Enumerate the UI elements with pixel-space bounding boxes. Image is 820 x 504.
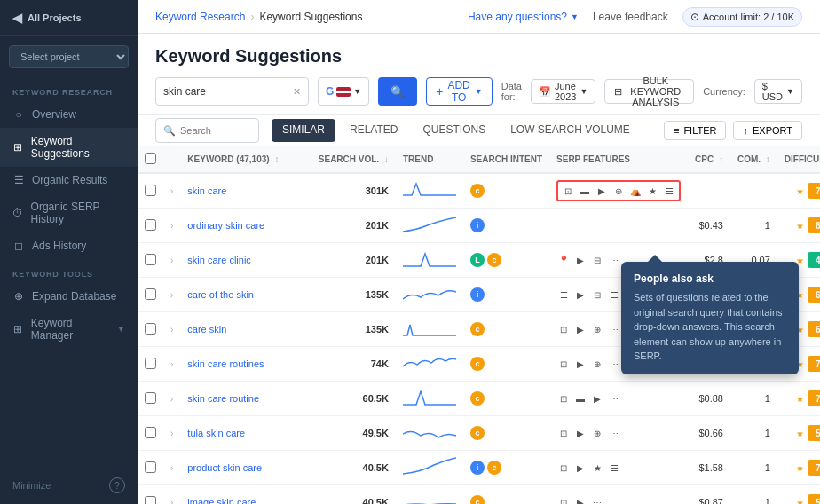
- expand-icon[interactable]: ›: [170, 325, 173, 335]
- keyword-suggestions-icon: ⊞: [12, 141, 24, 154]
- sidebar-item-organic-serp-history[interactable]: ⏱ Organic SERP History: [0, 193, 138, 232]
- row-expand-cell[interactable]: ›: [163, 416, 180, 451]
- keyword-cell[interactable]: ordinary skin care: [180, 209, 311, 243]
- expand-icon[interactable]: ›: [170, 221, 173, 231]
- row-checkbox[interactable]: [145, 392, 156, 404]
- row-expand-cell[interactable]: ›: [163, 312, 180, 347]
- row-expand-cell[interactable]: ›: [163, 243, 180, 278]
- sidebar-logo[interactable]: ◀ All Projects: [0, 0, 138, 36]
- row-expand-cell[interactable]: ›: [163, 382, 180, 416]
- tab-low-search-volume[interactable]: LOW SEARCH VOLUME: [498, 116, 643, 145]
- row-checkbox-cell[interactable]: [138, 173, 163, 209]
- keyword-cell[interactable]: product skin care: [180, 451, 311, 485]
- row-checkbox-cell[interactable]: [138, 451, 163, 485]
- serp-icon: ▶: [573, 287, 587, 302]
- row-expand-cell[interactable]: ›: [163, 485, 180, 505]
- expand-icon[interactable]: ›: [170, 256, 173, 265]
- keyword-cell[interactable]: skin care: [180, 173, 311, 209]
- add-to-button[interactable]: + ADD TO ▼: [426, 77, 492, 106]
- sidebar-item-ads-history[interactable]: ◻ Ads History: [0, 232, 138, 259]
- help-icon[interactable]: ?: [109, 477, 125, 493]
- row-checkbox-cell[interactable]: [138, 347, 163, 382]
- expand-icon[interactable]: ›: [170, 498, 173, 504]
- row-checkbox-cell[interactable]: [138, 485, 163, 505]
- tab-related[interactable]: RELATED: [337, 116, 410, 145]
- row-checkbox[interactable]: [145, 358, 156, 369]
- expand-icon[interactable]: ›: [170, 290, 173, 300]
- row-expand-cell[interactable]: ›: [163, 173, 180, 209]
- row-checkbox-cell[interactable]: [138, 278, 163, 312]
- row-checkbox[interactable]: [145, 219, 156, 231]
- expand-icon[interactable]: ›: [170, 359, 173, 369]
- sidebar-item-expand-database[interactable]: ⊕ Expand Database: [0, 283, 138, 310]
- sidebar-bottom[interactable]: Minimize ?: [0, 467, 138, 504]
- filter-button[interactable]: ≡ FILTER: [664, 121, 727, 140]
- search-input[interactable]: [163, 85, 288, 98]
- export-button[interactable]: ↑ EXPORT: [733, 121, 802, 140]
- tab-similar[interactable]: SIMILAR: [272, 119, 335, 142]
- overview-icon: ○: [12, 108, 25, 121]
- cpc-cell: $0.87: [688, 485, 730, 505]
- col-serp-features[interactable]: SERP FEATURES: [549, 146, 688, 173]
- row-checkbox-cell[interactable]: [138, 209, 163, 243]
- row-checkbox[interactable]: [145, 288, 156, 300]
- keyword-cell[interactable]: skin care clinic: [180, 243, 311, 278]
- row-checkbox-cell[interactable]: [138, 416, 163, 451]
- clear-search-icon[interactable]: ✕: [293, 86, 301, 98]
- project-select[interactable]: Select project: [9, 45, 129, 68]
- row-checkbox[interactable]: [145, 254, 156, 265]
- keyword-cell[interactable]: tula skin care: [180, 416, 311, 451]
- tab-questions[interactable]: QUESTIONS: [410, 116, 498, 145]
- col-keyword[interactable]: KEYWORD (47,103) ↕: [180, 146, 311, 173]
- keyword-cell[interactable]: care skin: [180, 312, 311, 347]
- sidebar-project-selector[interactable]: Select project: [0, 36, 138, 77]
- sidebar-item-keyword-suggestions[interactable]: ⊞ Keyword Suggestions: [0, 128, 138, 167]
- expand-icon[interactable]: ›: [170, 186, 173, 196]
- expand-icon[interactable]: ›: [170, 429, 173, 438]
- col-comp[interactable]: COM. ↕: [730, 146, 777, 173]
- help-link[interactable]: Have any questions? ▼: [468, 11, 579, 23]
- serp-features-cell: ⊡▬▶⋯: [556, 391, 681, 406]
- keyword-cell[interactable]: care of the skin: [180, 278, 311, 312]
- search-box[interactable]: ✕: [155, 77, 309, 106]
- keyword-cell[interactable]: skin care routine: [180, 382, 311, 416]
- col-cpc[interactable]: CPC ↕: [688, 146, 730, 173]
- col-intent[interactable]: SEARCH INTENT: [463, 146, 549, 173]
- date-selector[interactable]: 📅 June 2023 ▼: [531, 79, 595, 104]
- row-expand-cell[interactable]: ›: [163, 347, 180, 382]
- row-checkbox-cell[interactable]: [138, 312, 163, 347]
- col-trend[interactable]: TREND: [396, 146, 463, 173]
- search-button[interactable]: 🔍: [378, 77, 417, 106]
- col-checkbox[interactable]: [138, 146, 163, 173]
- bulk-keyword-analysis-button[interactable]: ⊟ BULK KEYWORD ANALYSIS: [604, 79, 694, 104]
- select-all-checkbox[interactable]: [145, 153, 156, 164]
- expand-icon[interactable]: ›: [170, 394, 173, 404]
- expand-icon[interactable]: ›: [170, 463, 173, 473]
- col-difficulty[interactable]: DIFFICULTY ↕: [777, 146, 820, 173]
- keyword-cell[interactable]: skin care routines: [180, 347, 311, 382]
- row-expand-cell[interactable]: ›: [163, 278, 180, 312]
- google-flag-selector[interactable]: G ▼: [318, 77, 369, 106]
- row-checkbox-cell[interactable]: [138, 382, 163, 416]
- sidebar-item-overview[interactable]: ○ Overview: [0, 101, 138, 128]
- currency-selector[interactable]: $ USD ▼: [754, 79, 802, 104]
- sidebar-item-keyword-manager[interactable]: ⊞ Keyword Manager ▼: [0, 310, 138, 349]
- row-checkbox[interactable]: [145, 461, 156, 473]
- row-checkbox[interactable]: [145, 185, 156, 196]
- feedback-link[interactable]: Leave feedback: [593, 11, 668, 23]
- sidebar-item-organic-results[interactable]: ☰ Organic Results: [0, 167, 138, 193]
- data-for-label: Data for:: [501, 81, 522, 102]
- row-expand-cell[interactable]: ›: [163, 451, 180, 485]
- row-checkbox-cell[interactable]: [138, 243, 163, 278]
- col-search-vol[interactable]: SEARCH VOL. ↓: [311, 146, 396, 173]
- breadcrumb-root[interactable]: Keyword Research: [155, 11, 245, 23]
- tab-search-box[interactable]: 🔍: [155, 118, 259, 143]
- row-expand-cell[interactable]: ›: [163, 209, 180, 243]
- row-checkbox[interactable]: [145, 323, 156, 335]
- trend-cell: [396, 243, 463, 278]
- row-checkbox[interactable]: [145, 427, 156, 438]
- keyword-cell[interactable]: image skin care: [180, 485, 311, 505]
- tab-search-input[interactable]: [180, 125, 251, 136]
- minimize-label[interactable]: Minimize: [12, 480, 51, 491]
- row-checkbox[interactable]: [145, 496, 156, 505]
